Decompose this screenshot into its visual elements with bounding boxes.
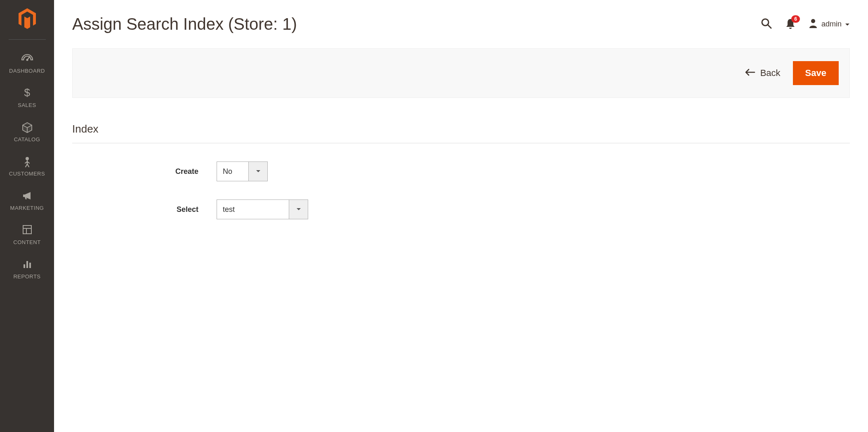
- save-button[interactable]: Save: [793, 61, 839, 85]
- nav-reports[interactable]: REPORTS: [0, 253, 54, 287]
- page-header: Assign Search Index (Store: 1) 6: [72, 0, 850, 48]
- nav-content[interactable]: CONTENT: [0, 218, 54, 253]
- dollar-icon: $: [0, 87, 54, 99]
- select-select[interactable]: test: [217, 199, 308, 219]
- nav-customers[interactable]: CUSTOMERS: [0, 150, 54, 184]
- section-title: Index: [72, 123, 850, 135]
- select-label: Select: [72, 205, 217, 214]
- action-bar: Back Save: [72, 48, 850, 98]
- nav-label: MARKETING: [10, 205, 44, 211]
- svg-point-11: [811, 19, 815, 23]
- select-select-value: test: [217, 200, 289, 219]
- nav-label: REPORTS: [13, 273, 40, 280]
- nav-label: SALES: [18, 102, 36, 108]
- header-actions: 6 admin: [760, 17, 850, 31]
- svg-rect-7: [26, 261, 28, 268]
- nav-label: DASHBOARD: [9, 68, 45, 74]
- nav-label: CATALOG: [14, 136, 40, 142]
- megaphone-icon: [0, 190, 54, 202]
- main-content: Assign Search Index (Store: 1) 6: [54, 0, 868, 432]
- svg-rect-6: [24, 264, 25, 268]
- layout-icon: [0, 224, 54, 236]
- form-row-select: Select test: [72, 199, 850, 219]
- nav-catalog[interactable]: CATALOG: [0, 116, 54, 150]
- page-title: Assign Search Index (Store: 1): [72, 15, 297, 33]
- bar-chart-icon: [0, 259, 54, 270]
- nav-label: CUSTOMERS: [9, 171, 45, 177]
- caret-down-icon: [845, 20, 850, 28]
- person-icon: [0, 156, 54, 167]
- back-button[interactable]: Back: [745, 68, 781, 78]
- gauge-icon: [0, 53, 54, 64]
- nav-dashboard[interactable]: DASHBOARD: [0, 47, 54, 81]
- svg-line-10: [768, 25, 771, 28]
- create-select[interactable]: No: [217, 161, 268, 181]
- box-icon: [0, 121, 54, 133]
- notifications-button[interactable]: 6: [785, 18, 796, 31]
- create-label: Create: [72, 167, 217, 176]
- section-divider: [72, 143, 850, 143]
- magento-logo[interactable]: [17, 7, 38, 39]
- svg-rect-8: [29, 263, 31, 268]
- chevron-down-icon: [289, 200, 308, 219]
- chevron-down-icon: [248, 162, 267, 181]
- nav-label: CONTENT: [13, 239, 40, 245]
- nav-sales[interactable]: $ SALES: [0, 81, 54, 116]
- search-button[interactable]: [760, 17, 773, 31]
- admin-account-button[interactable]: admin: [808, 18, 850, 31]
- user-icon: [808, 18, 818, 31]
- svg-point-0: [26, 59, 28, 61]
- admin-label: admin: [821, 20, 842, 28]
- form-row-create: Create No: [72, 161, 850, 181]
- svg-rect-3: [23, 225, 31, 234]
- svg-point-2: [26, 157, 29, 160]
- notification-badge: 6: [791, 15, 800, 23]
- nav-marketing[interactable]: MARKETING: [0, 184, 54, 218]
- create-select-value: No: [217, 162, 248, 181]
- back-label: Back: [760, 68, 781, 78]
- svg-text:$: $: [24, 87, 30, 99]
- search-icon: [760, 17, 773, 31]
- sidebar-divider: [9, 39, 46, 40]
- admin-sidebar: DASHBOARD $ SALES CATALOG CUSTOMERS MARK…: [0, 0, 54, 432]
- arrow-left-icon: [745, 68, 755, 78]
